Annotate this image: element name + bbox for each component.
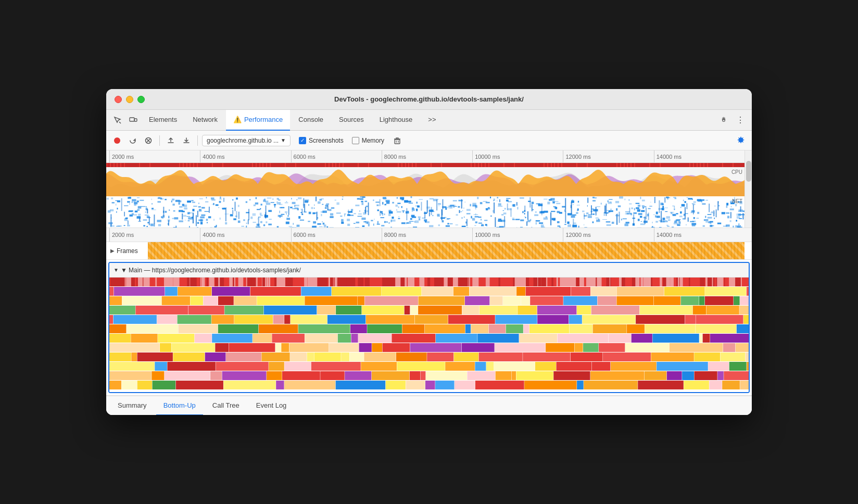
clear-button[interactable] <box>142 134 155 147</box>
performance-settings-button[interactable] <box>734 134 748 147</box>
bottom-tab-bar: Summary Bottom-Up Call Tree Event Log <box>106 395 752 415</box>
tab-call-tree[interactable]: Call Tree <box>205 396 247 415</box>
svg-line-0 <box>119 122 121 123</box>
svg-rect-7 <box>395 140 400 144</box>
tab-console[interactable]: Console <box>291 110 331 131</box>
svg-point-3 <box>114 137 120 144</box>
tab-summary[interactable]: Summary <box>110 396 154 415</box>
ruler-mark: 4000 ms <box>200 150 291 162</box>
reload-button[interactable] <box>126 134 140 147</box>
toolbar-divider <box>159 135 160 146</box>
record-button[interactable] <box>110 134 124 147</box>
bottom-ruler-mark: 6000 ms <box>291 228 382 242</box>
bottom-ruler-mark: 12000 ms <box>563 228 653 242</box>
download-button[interactable] <box>180 134 193 147</box>
tab-event-log[interactable]: Event Log <box>249 396 294 415</box>
url-selector[interactable]: googlechrome.github.io ... ▼ <box>202 135 291 146</box>
bottom-ruler-mark: 4000 ms <box>200 228 291 242</box>
title-bar: DevTools - googlechrome.github.io/devtoo… <box>106 89 752 110</box>
cpu-chart: CPU <box>106 167 745 196</box>
flame-canvas <box>109 278 749 392</box>
tab-bar-left <box>110 113 141 128</box>
ruler-mark: 10000 ms <box>472 150 563 162</box>
cpu-label: CPU <box>731 169 742 175</box>
screenshots-checkbox[interactable]: ✓ Screenshots <box>299 137 344 144</box>
inspect-icon[interactable] <box>110 113 125 128</box>
screenshots-check-icon: ✓ <box>299 137 306 144</box>
garbage-collect-button[interactable] <box>390 134 404 147</box>
window-title: DevTools - googlechrome.github.io/devtoo… <box>334 95 524 103</box>
bottom-ruler-mark: 14000 ms <box>654 228 745 242</box>
net-label: NET <box>732 198 742 204</box>
frames-label: Frames <box>117 247 138 255</box>
tab-bottom-up[interactable]: Bottom-Up <box>156 396 203 415</box>
frames-expand-icon[interactable]: ▶ <box>110 248 115 254</box>
svg-rect-2 <box>134 119 137 121</box>
frames-canvas <box>148 242 745 259</box>
frames-row: ▶ Frames <box>106 242 752 260</box>
ruler-mark: 6000 ms <box>291 150 382 162</box>
performance-toolbar: googlechrome.github.io ... ▼ ✓ Screensho… <box>106 131 752 150</box>
long-tasks-bar <box>106 163 745 167</box>
close-button[interactable] <box>115 96 122 103</box>
main-collapse-icon[interactable]: ▼ <box>113 267 119 273</box>
memory-checkbox[interactable]: Memory <box>352 137 384 144</box>
main-thread-section: ▼ ▼ Main — https://googlechrome.github.i… <box>108 262 750 393</box>
settings-icon[interactable] <box>716 113 731 128</box>
tab-performance[interactable]: ⚠️ Performance <box>226 110 290 131</box>
tab-right-icons: ⋮ <box>716 113 748 128</box>
net-canvas <box>106 196 745 228</box>
bottom-ruler-mark: 10000 ms <box>472 228 563 242</box>
dropdown-arrow: ▼ <box>281 137 286 143</box>
memory-check-icon <box>352 137 359 144</box>
tab-lighthouse[interactable]: Lighthouse <box>372 110 420 131</box>
device-toolbar-icon[interactable] <box>126 113 141 128</box>
frames-content <box>148 242 745 259</box>
ruler-mark: 12000 ms <box>563 150 653 162</box>
more-options-icon[interactable]: ⋮ <box>733 113 748 128</box>
devtools-body: Elements Network ⚠️ Performance Console … <box>106 110 752 415</box>
flame-chart[interactable] <box>109 278 749 392</box>
ruler-mark: 8000 ms <box>382 150 472 162</box>
tab-network[interactable]: Network <box>185 110 225 131</box>
ruler-mark: 2000 ms <box>109 150 200 162</box>
tab-more[interactable]: >> <box>421 110 443 131</box>
maximize-button[interactable] <box>137 96 145 103</box>
bottom-ruler-mark: 2000 ms <box>109 228 200 242</box>
overview-scrollbar[interactable] <box>745 150 752 228</box>
main-tab-bar: Elements Network ⚠️ Performance Console … <box>106 110 752 131</box>
svg-rect-1 <box>130 118 134 121</box>
long-tasks-canvas <box>106 163 745 167</box>
main-thread-header: ▼ ▼ Main — https://googlechrome.github.i… <box>109 263 749 278</box>
warning-icon: ⚠️ <box>233 116 242 123</box>
ruler-mark: 14000 ms <box>654 150 745 162</box>
top-ruler: 2000 ms 4000 ms 6000 ms 8000 ms 10000 ms… <box>106 150 752 163</box>
main-thread-title: ▼ Main — https://googlechrome.github.io/… <box>121 267 301 274</box>
net-chart: NET <box>106 196 745 228</box>
upload-button[interactable] <box>164 134 178 147</box>
minimize-button[interactable] <box>126 96 133 103</box>
bottom-ruler-mark: 8000 ms <box>382 228 472 242</box>
traffic-lights <box>115 96 145 103</box>
devtools-window: DevTools - googlechrome.github.io/devtoo… <box>106 89 752 415</box>
cpu-canvas <box>106 167 745 196</box>
bottom-ruler: 2000 ms 4000 ms 6000 ms 8000 ms 10000 ms… <box>106 228 752 242</box>
tab-sources[interactable]: Sources <box>332 110 371 131</box>
toolbar-divider-2 <box>197 135 198 146</box>
overview-scroll-thumb[interactable] <box>746 161 751 182</box>
tab-elements[interactable]: Elements <box>142 110 184 131</box>
